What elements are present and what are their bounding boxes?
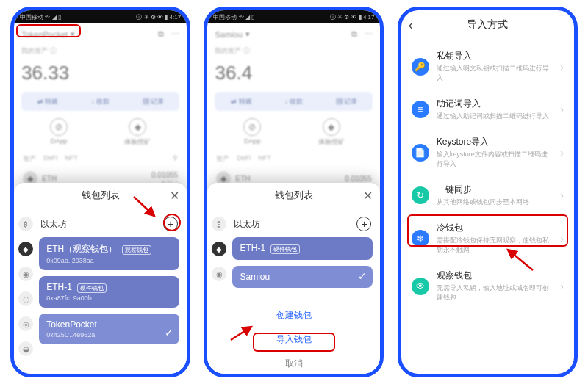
back-icon[interactable]: ‹ — [409, 18, 413, 33]
status-left: 中国移动 ⁴ᴳ ◢ ▯ — [20, 13, 61, 21]
option-title: 观察钱包 — [437, 269, 553, 282]
page-header: ‹ 导入方式 — [401, 10, 574, 40]
scan-icon[interactable]: ⧉ — [158, 29, 164, 39]
option-title: 一键同步 — [437, 184, 553, 196]
close-icon[interactable]: ✕ — [170, 189, 179, 203]
import-option[interactable]: 👁观察钱包无需导入私钥，输入地址或域名即可创建钱包› — [401, 262, 574, 310]
action-tabs: ⇄ 转账 ↓ 收款 ▦ 记录 — [21, 92, 179, 111]
create-wallet-button[interactable]: 创建钱包 — [207, 303, 380, 327]
option-subtitle: 从其他网络或钱包同步至本网络 — [437, 198, 553, 207]
import-option[interactable]: 🔑私钥导入通过输入明文私钥或扫描二维码进行导入› — [401, 43, 574, 90]
chevron-down-icon: ▾ — [245, 29, 250, 39]
tab-assets[interactable]: 资产 — [23, 154, 36, 164]
chain-ic-5[interactable]: ◎ — [18, 316, 33, 331]
status-right: ⓘ ✳ ⚙ 👁 ▮ 4:17 — [136, 13, 181, 21]
option-title: Keystore导入 — [437, 136, 553, 148]
close-icon[interactable]: ✕ — [363, 189, 373, 203]
add-wallet-button[interactable]: + — [356, 217, 371, 231]
wallet-card[interactable]: ETH（观察钱包） 观察钱包 0x09ab..2938aa — [39, 237, 179, 270]
chevron-right-icon: › — [560, 147, 564, 159]
option-icon: ≡ — [412, 101, 429, 118]
sheet-title: 钱包列表 — [82, 189, 120, 202]
highlight-watch-wallet — [407, 214, 568, 247]
status-bar: 中国移动 ⁴ᴳ ◢ ▯ ⓘ ✳ ⚙ 👁 ▮ 4:17 — [207, 10, 380, 23]
asset-symbol: ETH — [42, 175, 57, 183]
chain-ic-4[interactable]: ◌ — [18, 291, 33, 306]
wallet-card[interactable]: ETH-1 硬件钱包 — [232, 237, 373, 260]
option-title: 助记词导入 — [437, 98, 553, 110]
option-subtitle: 无需导入私钥，输入地址或域名即可创建钱包 — [437, 283, 553, 303]
balance-label: 我的资产 ⓘ — [21, 46, 179, 56]
asset-val: 0.01055 — [151, 171, 178, 179]
wallet-card[interactable]: TokenPocket 0x425C..4e962a ✓ — [39, 314, 179, 344]
dapp-icon: ⊘ — [50, 118, 68, 136]
option-icon: 📄 — [412, 144, 429, 162]
sheet-title: 钱包列表 — [275, 189, 313, 202]
cancel-button[interactable]: 取消 — [207, 352, 380, 376]
option-subtitle: 输入keystore文件内容或扫描二维码进行导入 — [437, 150, 553, 169]
option-icon: 👁 — [412, 278, 429, 295]
import-option[interactable]: 📄Keystore导入输入keystore文件内容或扫描二维码进行导入› — [401, 128, 574, 176]
chain-ic-6[interactable]: ◒ — [18, 341, 33, 356]
balance-amount: 36.33 — [21, 62, 179, 84]
chain-selector: ₿ ◆ ◉ ◌ ◎ ◒ — [14, 208, 37, 365]
import-option[interactable]: ≡助记词导入通过输入助记词或扫描二维码进行导入› — [401, 90, 574, 128]
option-icon: ↻ — [412, 186, 429, 204]
chain-ic-eth[interactable]: ◆ — [18, 242, 33, 256]
wallet-name: Samiou — [215, 30, 242, 39]
phone-screen-2: 中国移动 ⁴ᴳ ◢ ▯ ⓘ ✳ ⚙ 👁 ▮ 4:17 Samiou ▾ ⧉ ⋯ … — [204, 7, 384, 377]
check-icon: ✓ — [358, 270, 367, 282]
wallet-background: Samiou ▾ ⧉ ⋯ 我的资产 ⓘ 36.4 ⇄ 转账 ↓ 收款 ▦ 记录 … — [207, 23, 380, 190]
option-title: 私钥导入 — [437, 50, 553, 62]
wallet-name-row[interactable]: Samiou ▾ ⧉ ⋯ — [215, 29, 373, 39]
highlight-import — [253, 333, 335, 352]
wallet-card[interactable]: Samiou ✓ — [232, 266, 373, 288]
chevron-right-icon: › — [560, 61, 564, 73]
receive-tab[interactable]: ↓ 收款 — [74, 92, 127, 111]
history-tab[interactable]: ▦ 记录 — [127, 92, 180, 111]
wallet-background: TokenPocket ▾ ⧉ ⋯ 我的资产 ⓘ 36.33 ⇄ 转账 ↓ 收款… — [14, 23, 187, 190]
phone-screen-1: 中国移动 ⁴ᴳ ◢ ▯ ⓘ ✳ ⚙ 👁 ▮ 4:17 TokenPocket ▾… — [10, 7, 190, 377]
chevron-right-icon: › — [560, 189, 564, 201]
highlight-add-button — [163, 214, 181, 231]
asset-tabs: 资产 DeFi NFT ⚲ — [14, 150, 187, 167]
scan-icon[interactable]: ⧉ — [351, 29, 357, 39]
chevron-right-icon: › — [560, 104, 564, 115]
status-bar: 中国移动 ⁴ᴳ ◢ ▯ ⓘ ✳ ⚙ 👁 ▮ 4:17 — [14, 10, 187, 23]
diamond-icon: ◆ — [129, 118, 146, 136]
tab-defi[interactable]: DeFi — [43, 154, 57, 164]
page-title: 导入方式 — [467, 18, 508, 32]
option-icon: 🔑 — [412, 58, 429, 76]
check-icon: ✓ — [165, 327, 173, 338]
chain-ic-1[interactable]: ₿ — [18, 217, 33, 231]
option-subtitle: 通过输入助记词或扫描二维码进行导入 — [437, 112, 553, 121]
import-option[interactable]: ↻一键同步从其他网络或钱包同步至本网络› — [401, 176, 574, 214]
tab-nft[interactable]: NFT — [65, 154, 78, 164]
wallet-list-sheet: 钱包列表 ✕ ₿ ◆ ◉ ◌ ◎ ◒ 以太坊 + ETH（观察钱包） 观察钱包 — [14, 183, 187, 374]
balance-amount: 36.4 — [215, 62, 373, 84]
wallet-card[interactable]: ETH-1 硬件钱包 0xa87fc..9a00b — [39, 276, 179, 308]
phone-screen-3: ‹ 导入方式 🔑私钥导入通过输入明文私钥或扫描二维码进行导入›≡助记词导入通过输… — [398, 7, 578, 377]
menu-icon[interactable]: ⋯ — [171, 29, 179, 39]
option-subtitle: 通过输入明文私钥或扫描二维码进行导入 — [437, 64, 553, 83]
mining-shortcut[interactable]: ◆ 体验挖矿 — [124, 118, 151, 147]
search-icon[interactable]: ⚲ — [173, 154, 178, 164]
highlight-wallet-name — [16, 24, 81, 37]
transfer-tab[interactable]: ⇄ 转账 — [21, 92, 74, 111]
dapp-shortcut[interactable]: ⊘ DApp — [50, 118, 68, 147]
chain-ic-3[interactable]: ◉ — [18, 267, 33, 281]
import-options-list: 🔑私钥导入通过输入明文私钥或扫描二维码进行导入›≡助记词导入通过输入助记词或扫描… — [401, 40, 574, 313]
chain-name: 以太坊 — [40, 218, 67, 231]
menu-icon[interactable]: ⋯ — [365, 29, 373, 39]
chevron-right-icon: › — [560, 280, 564, 292]
